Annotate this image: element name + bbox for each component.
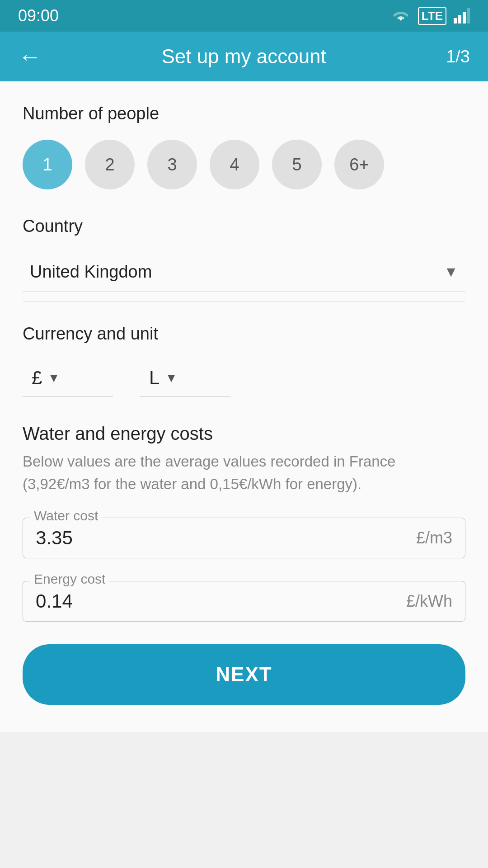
currency-unit-label: Currency and unit [23,324,465,344]
people-btn-6plus[interactable]: 6+ [334,140,384,189]
app-bar: ← Set up my account 1/3 [0,32,488,81]
water-cost-label: Water cost [30,508,102,524]
people-btn-4[interactable]: 4 [210,140,259,189]
water-energy-subtitle: Below values are the average values reco… [23,450,465,495]
water-cost-unit: £/m3 [416,528,452,547]
currency-dropdown[interactable]: £ ▼ [23,360,113,396]
country-value: United Kingdom [30,262,152,282]
svg-rect-2 [463,12,466,24]
energy-cost-unit: £/kWh [406,592,452,611]
lte-icon: LTE [418,7,446,25]
svg-rect-3 [467,8,470,24]
page-title: Set up my account [161,45,326,68]
people-btn-3[interactable]: 3 [147,140,197,189]
currency-value: £ [32,367,42,389]
energy-cost-value: 0.14 [36,590,73,612]
status-icons: LTE [391,7,470,25]
wifi-icon [391,8,411,24]
bottom-fill [0,732,488,868]
water-energy-section: Water and energy costs Below values are … [23,424,465,622]
energy-cost-field[interactable]: Energy cost 0.14 £/kWh [23,581,465,622]
svg-rect-0 [454,18,457,24]
people-btn-1[interactable]: 1 [23,140,72,189]
energy-cost-row: 0.14 £/kWh [36,590,452,612]
country-dropdown[interactable]: United Kingdom ▼ [23,252,465,292]
water-cost-row: 3.35 £/m3 [36,527,452,549]
water-cost-value: 3.35 [36,527,73,549]
svg-rect-1 [458,15,461,24]
people-btn-2[interactable]: 2 [85,140,135,189]
back-button[interactable]: ← [18,43,42,70]
status-bar: 09:00 LTE [0,0,488,32]
status-time: 09:00 [18,6,59,25]
number-of-people-section: Number of people 1 2 3 4 5 6+ [23,104,465,189]
step-indicator: 1/3 [446,47,470,66]
divider-1 [23,301,465,302]
unit-dropdown-arrow: ▼ [165,371,178,385]
number-of-people-label: Number of people [23,104,465,123]
energy-cost-label: Energy cost [30,571,109,587]
water-cost-field[interactable]: Water cost 3.35 £/m3 [23,518,465,558]
country-label: Country [23,217,465,236]
country-section: Country United Kingdom ▼ [23,217,465,292]
currency-unit-section: Currency and unit £ ▼ L ▼ [23,324,465,396]
water-energy-title: Water and energy costs [23,424,465,444]
signal-icon [454,8,470,24]
unit-dropdown[interactable]: L ▼ [140,360,230,396]
country-dropdown-arrow: ▼ [444,264,458,280]
currency-unit-row: £ ▼ L ▼ [23,360,465,396]
next-button[interactable]: NEXT [23,644,465,705]
people-selector: 1 2 3 4 5 6+ [23,140,465,189]
people-btn-5[interactable]: 5 [272,140,322,189]
currency-dropdown-arrow: ▼ [47,371,60,385]
unit-value: L [149,367,160,389]
content-area: Number of people 1 2 3 4 5 6+ Country Un… [0,81,488,732]
